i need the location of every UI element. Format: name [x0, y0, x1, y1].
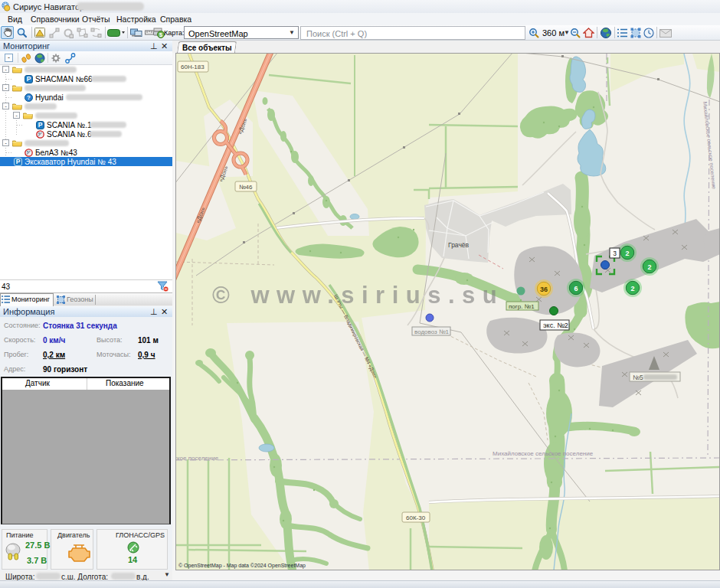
svg-text:© www.sirius.su: © www.sirius.su	[212, 282, 504, 309]
svg-text:60Н-183: 60Н-183	[181, 64, 205, 70]
svg-text:№5: №5	[633, 374, 643, 381]
svg-text:ское поселение: ское поселение	[176, 455, 219, 462]
svg-text:P: P	[16, 158, 21, 165]
svg-text:3: 3	[613, 250, 617, 257]
svg-text:водовоз №1: водовоз №1	[414, 328, 450, 335]
svg-text:6: 6	[574, 285, 578, 292]
svg-text:Грачёв: Грачёв	[448, 241, 470, 249]
svg-text:P: P	[38, 121, 43, 129]
svg-text:P: P	[27, 75, 31, 83]
svg-text:№46: №46	[239, 184, 253, 191]
svg-text:погр. №1: погр. №1	[509, 303, 535, 310]
svg-text:2: 2	[625, 250, 629, 257]
svg-text:экс. №2: экс. №2	[543, 322, 568, 329]
svg-text:2: 2	[647, 263, 651, 271]
svg-text:60К-30: 60К-30	[406, 514, 426, 521]
svg-text:$: $	[159, 31, 163, 38]
svg-text:36: 36	[540, 286, 548, 293]
svg-text:?: ?	[27, 94, 31, 101]
svg-text:© OpenStreetMap - Map data ©20: © OpenStreetMap - Map data ©2024 OpenStr…	[178, 563, 306, 569]
svg-text:2: 2	[630, 285, 634, 292]
svg-text:Михайловское сельское поселени: Михайловское сельское поселение	[493, 450, 594, 457]
